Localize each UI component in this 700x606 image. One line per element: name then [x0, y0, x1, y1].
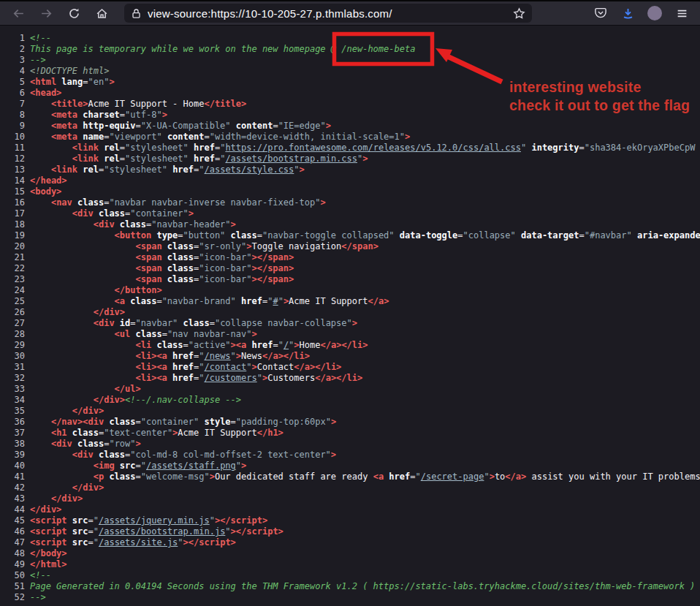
url-bar[interactable]: view-source:https://10-10-205-27.p.thmla…: [124, 4, 532, 23]
code-token: "icon-bar": [199, 263, 251, 273]
code-token: [30, 143, 72, 153]
code-token: <!DOCTYPE html>: [30, 66, 109, 76]
source-link[interactable]: #: [273, 296, 278, 306]
source-line: 14</head>: [0, 175, 700, 186]
source-link[interactable]: /assets/bootstrap.min.css: [225, 154, 357, 164]
line-number: 31: [0, 362, 30, 373]
code-token: class: [167, 241, 194, 251]
source-link[interactable]: /assets/style.css: [205, 164, 294, 175]
line-code: <nav class="navbar navbar-inverse navbar…: [30, 197, 700, 208]
code-token: [30, 219, 94, 230]
code-token: [30, 428, 51, 438]
code-token: =: [273, 121, 278, 131]
code-token: =: [136, 417, 141, 427]
code-token: ": [278, 296, 284, 306]
line-number: 9: [0, 121, 30, 132]
code-token: >: [352, 318, 357, 328]
code-token: >: [320, 197, 325, 208]
home-button[interactable]: [91, 3, 113, 23]
code-token: [30, 406, 72, 416]
code-token: >: [331, 417, 336, 427]
code-token: </head>: [30, 175, 67, 186]
code-token: [67, 526, 72, 537]
code-token: [162, 274, 167, 284]
line-code: This page is temporary while we work on …: [30, 44, 700, 55]
code-token: </div>: [72, 482, 104, 493]
source-link[interactable]: /assets/staff.png: [146, 461, 236, 471]
code-token: <h1: [51, 428, 67, 438]
source-line: 17 <div class="container">: [0, 208, 700, 219]
source-line: 19 <button type="button" class="navbar-t…: [0, 230, 700, 241]
code-token: "navbar": [136, 318, 178, 328]
line-number: 24: [0, 285, 30, 296]
reload-button[interactable]: [63, 3, 85, 23]
bookmark-star-icon[interactable]: [513, 7, 525, 20]
annotation-note-line1: interesting website: [509, 78, 690, 96]
forward-button[interactable]: [35, 3, 57, 23]
code-token: "sr-only": [199, 241, 246, 251]
source-link[interactable]: /assets/site.js: [99, 537, 178, 548]
source-link[interactable]: /assets/bootstrap.min.js: [99, 526, 225, 537]
code-token: class: [156, 340, 183, 350]
code-token: href: [252, 340, 273, 350]
code-token: "icon-bar": [199, 252, 251, 262]
source-line: 28 <ul class="nav navbar-nav">: [0, 329, 700, 340]
code-token: <a: [115, 296, 125, 306]
source-line: 26 </div>: [0, 307, 700, 318]
account-button[interactable]: [644, 3, 666, 23]
line-number: 22: [0, 263, 30, 274]
source-link[interactable]: /news: [204, 351, 230, 361]
source-link[interactable]: https://pro.fontawesome.com/releases/v5.…: [225, 143, 521, 153]
code-token: <button: [115, 230, 152, 240]
code-token: >: [300, 164, 305, 175]
code-token: Contact: [257, 362, 294, 372]
code-token: <script: [30, 526, 67, 537]
code-token: >: [490, 471, 495, 482]
code-token: </div>: [30, 504, 61, 515]
line-code: <script src="/assets/bootstrap.min.js"><…: [30, 526, 700, 537]
code-token: class: [231, 230, 257, 240]
source-link[interactable]: /contact: [204, 362, 246, 372]
line-code: </div>: [30, 504, 700, 515]
code-token: [231, 121, 236, 131]
source-link[interactable]: /secret-page: [421, 471, 484, 482]
menu-button[interactable]: [671, 3, 693, 23]
source-line: 18 <div class="navbar-header">: [0, 219, 700, 230]
annotation-note-line2: check it out to get the flag: [509, 96, 690, 115]
line-number: 2: [0, 44, 30, 55]
code-token: [632, 230, 637, 240]
line-code: <body>: [30, 186, 700, 197]
source-link[interactable]: /assets/jquery.min.js: [99, 515, 210, 526]
code-token: ": [257, 373, 262, 383]
code-token: =: [156, 296, 161, 306]
code-token: "en": [88, 77, 110, 87]
account-avatar-icon: [647, 6, 662, 20]
code-token: =: [136, 121, 141, 131]
code-token: >: [251, 329, 256, 339]
code-token: <div: [72, 450, 94, 460]
code-token: "navbar-brand": [162, 296, 236, 306]
code-token: </a></li>: [294, 362, 341, 372]
back-button[interactable]: [7, 3, 29, 23]
line-number: 4: [0, 66, 30, 77]
code-token: >: [231, 219, 236, 230]
code-token: <!--: [30, 570, 51, 580]
code-token: </ul>: [115, 384, 141, 394]
source-line: 23 <span class="icon-bar"></span>: [0, 274, 700, 285]
code-token: "container": [130, 208, 188, 219]
code-token: </html>: [30, 559, 67, 569]
code-token: <!--: [30, 33, 51, 43]
source-link[interactable]: /customers: [204, 373, 256, 383]
pocket-button[interactable]: [590, 3, 612, 23]
url-text[interactable]: view-source:https://10-10-205-27.p.thmla…: [148, 7, 507, 20]
line-number: 50: [0, 570, 30, 581]
code-token: ": [278, 340, 284, 350]
code-token: [130, 329, 135, 339]
code-token: "nav navbar-nav": [167, 329, 252, 339]
code-token: [167, 373, 172, 383]
code-token: <head>: [30, 88, 61, 98]
code-token: src: [72, 526, 88, 537]
code-token: [30, 164, 51, 175]
code-token: [115, 219, 120, 230]
downloads-button[interactable]: [617, 3, 639, 23]
